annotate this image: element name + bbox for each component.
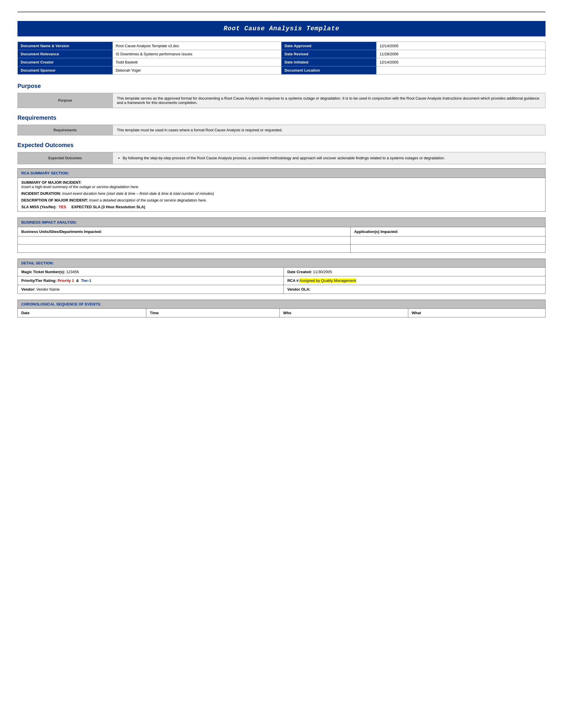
header-right-label-1: Date Revised <box>282 50 377 58</box>
expected-outcomes-table: Expected Outcomes By following the step-… <box>17 152 546 164</box>
header-right-label-0: Date Approved <box>282 42 377 50</box>
incident-duration-label: INCIDENT DURATION: <box>21 191 61 196</box>
rca-summary-body: SUMMARY OF MAJOR INCIDENT: Insert a high… <box>18 178 546 211</box>
requirements-text: This template must be used in cases wher… <box>112 125 545 135</box>
header-left-value-1: IS Downtimes & Systems performance issue… <box>112 50 282 58</box>
header-left-label-2: Document Creator <box>18 58 113 66</box>
page-title-bar: Root Cause Analysis Template <box>17 21 546 36</box>
vendor-ola-label: Vendor OLA: <box>287 287 310 291</box>
date-created-value: 11/30/2005 <box>313 270 332 274</box>
expected-outcomes-content: By following the step-by-step process of… <box>112 152 545 164</box>
header-left-label-0: Document Name & Version <box>18 42 113 50</box>
summary-major-incident-text: Insert a high-level summary of the outag… <box>21 185 139 189</box>
bi-empty-row-1-col1 <box>18 236 351 244</box>
detail-section-table: DETAIL SECTION: Magic Ticket Number(s): … <box>17 259 546 294</box>
detail-section-header: DETAIL SECTION: <box>18 259 546 267</box>
rca-value: Assigned by Quality Management <box>299 278 356 283</box>
description-label: DESCRIPTION OF MAJOR INCIDENT: <box>21 198 88 202</box>
bi-empty-row-2-col1 <box>18 244 351 252</box>
header-left-value-2: Todd Baskett <box>112 58 282 66</box>
expected-outcomes-bullet: By following the step-by-step process of… <box>123 155 541 161</box>
header-row-1: Document Relevance IS Downtimes & System… <box>18 50 546 58</box>
requirements-heading: Requirements <box>17 114 546 121</box>
page-title: Root Cause Analysis Template <box>23 25 540 32</box>
magic-ticket-label: Magic Ticket Number(s): <box>21 270 65 274</box>
sla-miss-label: SLA MISS (Yes/No): <box>21 205 56 209</box>
magic-ticket-cell: Magic Ticket Number(s): 123456 <box>18 267 284 276</box>
bi-section-header: BUSINESS IMPACT ANALYSIS: <box>18 218 546 227</box>
header-right-value-1: 11/28/2006 <box>377 50 546 58</box>
description-text: Insert a detailed description of the out… <box>89 198 207 202</box>
expected-outcomes-label: Expected Outcomes <box>18 152 113 164</box>
chrono-col-date: Date <box>18 308 146 317</box>
header-right-label-3: Document Location <box>282 66 377 75</box>
header-left-value-0: Root Cause Analysis Template v2.doc <box>112 42 282 50</box>
summary-major-incident-label: SUMMARY OF MAJOR INCIDENT: <box>21 180 82 185</box>
priority-cell: Priority/Tier Rating: Priority 1 & Tier-… <box>18 276 284 285</box>
header-row-0: Document Name & Version Root Cause Analy… <box>18 42 546 50</box>
incident-duration-text: Insert event duration here (start date &… <box>62 191 214 196</box>
bi-col1-header: Business Units/Sites/Departments Impacte… <box>18 227 351 236</box>
purpose-heading: Purpose <box>17 83 546 89</box>
header-right-value-3 <box>377 66 546 75</box>
purpose-table: Purpose This template serves as the appr… <box>17 93 546 108</box>
header-right-label-2: Date Initiated <box>282 58 377 66</box>
rca-cell: RCA # Assigned by Quality Management <box>284 276 545 285</box>
rca-label: RCA # <box>287 278 299 283</box>
chrono-col-who: Who <box>279 308 408 317</box>
header-right-value-2: 12/14/2005 <box>377 58 546 66</box>
vendor-label: Vendor: <box>21 287 35 291</box>
chronological-table: CHRONOLOGICAL SEQUENCE OF EVENTS: Date T… <box>17 300 546 317</box>
requirements-label: Requirements <box>18 125 113 135</box>
chrono-col-time: Time <box>146 308 279 317</box>
header-left-label-3: Document Sponsor <box>18 66 113 75</box>
vendor-ola-cell: Vendor OLA: <box>284 285 545 294</box>
expected-outcomes-heading: Expected Outcomes <box>17 142 546 149</box>
bi-col2-header: Application(s) Impacted: <box>351 227 546 236</box>
purpose-text: This template serves as the approved for… <box>112 93 545 108</box>
priority-label: Priority/Tier Rating: <box>21 278 56 283</box>
header-left-label-1: Document Relevance <box>18 50 113 58</box>
rca-summary-header: RCA SUMMARY SECTION: <box>18 168 546 178</box>
header-info-table: Document Name & Version Root Cause Analy… <box>17 42 546 75</box>
priority-separator: & <box>76 278 79 283</box>
sla-miss-value: YES <box>59 205 66 209</box>
requirements-table: Requirements This template must be used … <box>17 125 546 135</box>
priority-value: Priority 1 <box>58 278 74 283</box>
bi-empty-row-1-col2 <box>351 236 546 244</box>
magic-ticket-value: 123456 <box>66 270 79 274</box>
purpose-label: Purpose <box>18 93 113 108</box>
header-row-3: Document Sponsor Deborah Yogel Document … <box>18 66 546 75</box>
header-right-value-0: 12/14/2005 <box>377 42 546 50</box>
date-created-cell: Date Created: 11/30/2005 <box>284 267 545 276</box>
tier-value: Tier-1 <box>81 278 91 283</box>
date-created-label: Date Created: <box>287 270 312 274</box>
header-left-value-3: Deborah Yogel <box>112 66 282 75</box>
chrono-col-what: What <box>408 308 545 317</box>
chrono-section-header: CHRONOLOGICAL SEQUENCE OF EVENTS: <box>18 300 546 308</box>
vendor-cell: Vendor: Vendor Name <box>18 285 284 294</box>
header-row-2: Document Creator Todd Baskett Date Initi… <box>18 58 546 66</box>
vendor-value: Vendor Name <box>36 287 60 291</box>
expected-sla-text: EXPECTED SLA (3 Hour Resolution SLA) <box>71 205 145 209</box>
top-divider <box>17 12 546 12</box>
bi-empty-row-2-col2 <box>351 244 546 252</box>
rca-summary-table: RCA SUMMARY SECTION: SUMMARY OF MAJOR IN… <box>17 168 546 212</box>
business-impact-table: BUSINESS IMPACT ANALYSIS: Business Units… <box>17 218 546 253</box>
